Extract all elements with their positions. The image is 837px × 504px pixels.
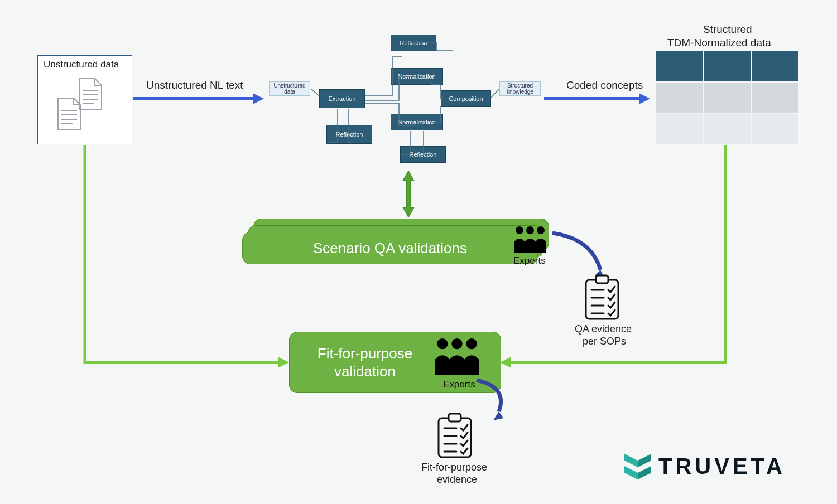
green-elbow-left	[80, 145, 292, 379]
svg-point-28	[451, 338, 462, 349]
experts-icon-fit	[432, 337, 482, 377]
document-icon	[52, 76, 119, 138]
svg-marker-13	[639, 93, 650, 104]
fit-experts-label: Experts	[443, 379, 475, 390]
svg-marker-30	[493, 411, 503, 420]
brand-name: TRUVETA	[658, 454, 786, 479]
grid-cell	[704, 83, 751, 113]
fit-box-line2: validation	[334, 362, 396, 381]
grid-cell	[704, 51, 751, 81]
grid-cell	[656, 83, 703, 113]
source-box-title: Unstructured data	[44, 59, 119, 70]
grid-title-2: TDM-Normalized data	[667, 37, 771, 49]
grid-cell	[656, 114, 703, 144]
svg-marker-26	[500, 357, 511, 368]
svg-marker-40	[638, 466, 651, 479]
svg-rect-32	[449, 414, 461, 421]
fit-box-line1: Fit-for-purpose	[318, 345, 413, 363]
svg-marker-25	[278, 357, 289, 368]
brand-logo-icon	[622, 450, 653, 485]
curved-arrow-2	[473, 377, 529, 421]
svg-line-10	[311, 89, 319, 96]
svg-marker-39	[624, 466, 638, 479]
blue-arrow-2	[544, 92, 650, 105]
clipboard-icon-fit	[435, 413, 474, 459]
svg-line-11	[491, 89, 499, 98]
svg-point-29	[466, 338, 477, 349]
svg-point-27	[437, 338, 448, 349]
green-double-arrow	[401, 171, 416, 217]
fit-evidence-line1: Fit-for-purpose	[421, 462, 487, 473]
grid-cell	[752, 114, 798, 144]
arrow1-label: Unstructured NL text	[146, 79, 243, 91]
grid-title-1: Structured	[703, 23, 752, 36]
svg-marker-14	[403, 171, 414, 217]
svg-marker-37	[624, 454, 638, 467]
grid-cell	[656, 51, 703, 81]
diagram-stage: Unstructured data Unstructured NL text U…	[0, 0, 837, 504]
source-box: Unstructured data	[37, 55, 132, 144]
svg-marker-9	[253, 93, 264, 104]
grid-cell	[752, 51, 798, 81]
fit-evidence-line2: evidence	[437, 474, 477, 486]
grid-cell	[704, 114, 751, 144]
blue-arrow-1	[133, 92, 264, 105]
grid-cell	[752, 83, 798, 113]
green-elbow-right	[497, 145, 731, 379]
svg-marker-38	[638, 454, 651, 467]
arrow2-label: Coded concepts	[566, 79, 643, 91]
